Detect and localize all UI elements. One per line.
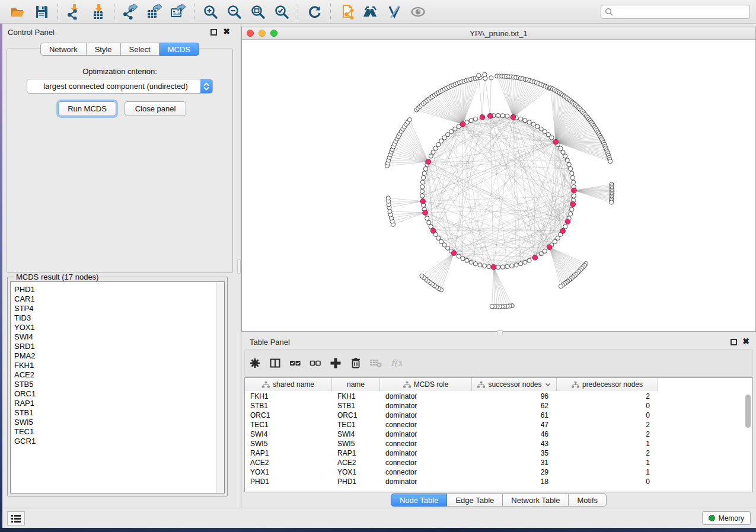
close-panel-icon[interactable]: ✖ — [223, 28, 230, 35]
close-table-panel-icon[interactable]: ✖ — [742, 338, 749, 345]
tab-node-table[interactable]: Node Table — [391, 493, 448, 507]
vertical-splitter-handle[interactable] — [237, 259, 241, 274]
mcds-result-item[interactable]: SWI5 — [11, 418, 224, 427]
table-cell: 35 — [472, 448, 557, 458]
search-binoculars-icon[interactable] — [362, 4, 379, 20]
control-panel-title: Control Panel — [8, 28, 55, 37]
table-row[interactable]: SWI4SWI4dominator462 — [245, 430, 658, 439]
export-network-icon[interactable] — [122, 4, 139, 20]
mcds-result-item[interactable]: GCR1 — [11, 437, 224, 446]
table-cell: 18 — [472, 477, 557, 486]
import-network-icon[interactable] — [65, 4, 83, 20]
tab-style[interactable]: Style — [87, 43, 121, 56]
table-panel-title: Table Panel — [250, 338, 290, 347]
zoom-selected-icon[interactable] — [273, 4, 291, 20]
table-cell: connector — [380, 458, 472, 467]
column-header-predecessor-nodes[interactable]: predecessor nodes — [557, 378, 658, 391]
table-cell: STB1 — [332, 401, 380, 411]
mcds-result-item[interactable]: PHD1 — [11, 285, 224, 294]
new-network-from-selection-icon[interactable] — [338, 4, 356, 20]
table-row[interactable]: STB1STB1dominator620 — [245, 401, 658, 411]
mcds-result-item[interactable]: RAP1 — [11, 399, 224, 408]
mcds-list-scrollbar[interactable] — [216, 282, 224, 493]
table-row[interactable]: ORC1ORC1dominator610 — [245, 411, 658, 420]
deselect-all-icon[interactable] — [305, 355, 326, 371]
add-column-icon[interactable] — [326, 355, 346, 371]
mcds-result-item[interactable]: CAR1 — [11, 294, 224, 304]
table-row[interactable]: YOX1YOX1connector291 — [245, 467, 658, 477]
table-row[interactable]: FKH1FKH1dominator962 — [245, 392, 658, 401]
save-session-icon[interactable] — [33, 4, 50, 20]
table-cell: ORC1 — [332, 411, 380, 420]
table-row[interactable]: SWI5SWI5connector431 — [245, 439, 658, 448]
panel-layout-icon[interactable] — [265, 355, 285, 371]
mcds-result-item[interactable]: STP4 — [11, 304, 224, 313]
tab-edge-table[interactable]: Edge Table — [447, 493, 503, 507]
mcds-result-item[interactable]: TID3 — [11, 313, 224, 323]
hide-graphics-details-icon[interactable] — [385, 4, 403, 20]
column-label: successor nodes — [488, 380, 541, 389]
vertical-splitter[interactable] — [237, 24, 241, 508]
run-mcds-button[interactable]: Run MCDS — [58, 101, 116, 116]
column-label: shared name — [273, 380, 314, 389]
import-table-icon[interactable] — [89, 4, 107, 20]
delete-column-icon[interactable] — [346, 355, 366, 371]
zoom-fit-icon[interactable] — [249, 4, 267, 20]
tab-mcds[interactable]: MCDS — [160, 43, 199, 56]
mcds-result-item[interactable]: SRD1 — [11, 342, 224, 351]
workspace: Control Panel ✖ NetworkStyleSelectMCDS O… — [2, 24, 756, 508]
settings-gear-icon[interactable] — [245, 355, 265, 371]
tab-select[interactable]: Select — [121, 43, 160, 56]
refresh-network-icon[interactable] — [305, 4, 323, 20]
table-scrollbar-thumb[interactable] — [745, 395, 751, 428]
table-cell: RAP1 — [245, 448, 332, 458]
mcds-result-item[interactable]: ORC1 — [11, 389, 224, 399]
memory-button[interactable]: Memory — [702, 511, 751, 525]
column-header-name[interactable]: name — [332, 378, 380, 391]
mcds-result-group: MCDS result (17 nodes) PHD1CAR1STP4TID3Y… — [7, 277, 228, 496]
mcds-result-item[interactable]: STB5 — [11, 380, 224, 389]
select-all-icon[interactable] — [285, 355, 305, 371]
search-icon — [605, 8, 613, 16]
table-row[interactable]: ACE2ACE2connector311 — [245, 458, 658, 467]
table-row[interactable]: TEC1TEC1connector472 — [245, 420, 658, 430]
mcds-result-item[interactable]: FKH1 — [11, 361, 224, 370]
table-cell: 0 — [557, 477, 658, 486]
search-box[interactable] — [601, 5, 750, 19]
table-row[interactable]: PHD1PHD1dominator180 — [245, 477, 658, 486]
task-history-button[interactable] — [7, 511, 25, 525]
zoom-in-icon[interactable] — [202, 4, 219, 20]
column-header-shared-name[interactable]: shared name — [245, 378, 332, 391]
export-image-icon[interactable] — [169, 4, 187, 20]
mcds-result-item[interactable]: STB1 — [11, 408, 224, 418]
table-cell: PHD1 — [332, 477, 380, 486]
show-graphics-details-icon[interactable] — [409, 4, 427, 20]
table-cell: 31 — [472, 458, 557, 467]
network-canvas[interactable] — [242, 40, 755, 331]
search-input[interactable] — [613, 8, 746, 16]
optimization-criterion-dropdown[interactable]: largest connected component (undirected) — [27, 79, 213, 94]
table-panel: Table Panel ✖ f(x) shared namenameMCDS r… — [241, 335, 756, 508]
table-cell: 2 — [557, 448, 658, 458]
mcds-result-item[interactable]: PMA2 — [11, 351, 224, 361]
tab-network-table[interactable]: Network Table — [503, 493, 569, 507]
mcds-result-item[interactable]: TEC1 — [11, 427, 224, 437]
float-table-panel-icon[interactable] — [731, 339, 737, 345]
table-cell: TEC1 — [332, 420, 380, 430]
column-header-MCDS-role[interactable]: MCDS role — [380, 378, 472, 391]
export-table-icon[interactable] — [145, 4, 163, 20]
mcds-result-item[interactable]: YOX1 — [11, 323, 224, 332]
table-cell: SWI5 — [332, 439, 380, 448]
float-panel-icon[interactable] — [210, 29, 217, 36]
tab-motifs[interactable]: Motifs — [569, 493, 607, 507]
close-panel-button[interactable]: Close panel — [125, 101, 186, 116]
mcds-result-item[interactable]: ACE2 — [11, 370, 224, 380]
table-row[interactable]: RAP1RAP1dominator352 — [245, 448, 658, 458]
open-file-icon[interactable] — [9, 4, 27, 20]
sort-desc-icon — [545, 383, 551, 387]
mcds-result-item[interactable]: SWI4 — [11, 332, 224, 342]
zoom-out-icon[interactable] — [225, 4, 243, 20]
optimization-criterion-label: Optimization criterion: — [7, 67, 232, 76]
tab-network[interactable]: Network — [40, 43, 87, 56]
column-header-successor-nodes[interactable]: successor nodes — [472, 378, 557, 391]
